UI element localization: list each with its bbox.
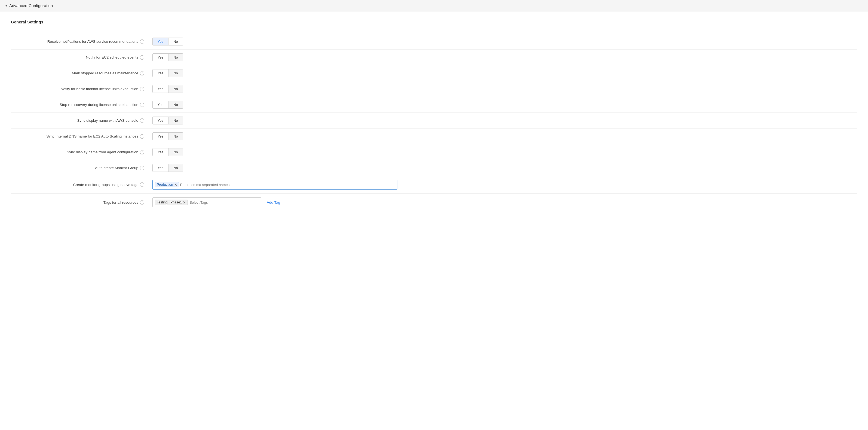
no-btn-basic-monitor-license[interactable]: No: [168, 85, 183, 93]
setting-row-sync-internal-dns: Sync Internal DNS name for EC2 Auto Scal…: [11, 128, 857, 144]
section-title: General Settings: [11, 20, 857, 27]
info-icon-stop-rediscovery[interactable]: i: [140, 103, 144, 107]
yes-btn-sync-internal-dns[interactable]: Yes: [153, 133, 168, 140]
info-icon-mark-stopped[interactable]: i: [140, 71, 144, 76]
setting-row-sync-display-agent: Sync display name from agent configurati…: [11, 144, 857, 160]
settings-table: Receive notifications for AWS service re…: [11, 34, 857, 211]
native-tag-chip-production: Production ✕: [155, 182, 179, 188]
yes-btn-stop-rediscovery[interactable]: Yes: [153, 101, 168, 108]
setting-row-resource-tags: Tags for all resources i Testing : Phase…: [11, 194, 857, 211]
no-btn-aws-recommendations[interactable]: No: [168, 38, 183, 45]
info-icon-resource-tags[interactable]: i: [140, 200, 144, 204]
yes-no-group-auto-create-monitor: Yes No: [152, 164, 183, 172]
setting-label-mark-stopped: Mark stopped resources as maintenance i: [11, 71, 152, 76]
resource-tag-chip-testing: Testing : Phase1 ✕: [155, 200, 188, 205]
chevron-down-icon: ▾: [5, 4, 7, 8]
info-icon-aws-recommendations[interactable]: i: [140, 39, 144, 44]
native-tags-text-input[interactable]: [180, 183, 395, 187]
setting-row-mark-stopped: Mark stopped resources as maintenance i …: [11, 65, 857, 81]
resource-tags-text-input[interactable]: [189, 200, 259, 204]
resource-tag-chip-label: Testing : Phase1: [157, 200, 182, 204]
setting-control-ec2-scheduled: Yes No: [152, 53, 183, 61]
info-icon-basic-monitor-license[interactable]: i: [140, 87, 144, 91]
setting-control-sync-display-aws: Yes No: [152, 117, 183, 124]
setting-control-stop-rediscovery: Yes No: [152, 101, 183, 109]
setting-control-resource-tags: Testing : Phase1 ✕ Add Tag: [152, 197, 280, 207]
native-tags-input-container[interactable]: Production ✕: [152, 180, 397, 190]
info-icon-ec2-scheduled[interactable]: i: [140, 55, 144, 60]
setting-row-stop-rediscovery: Stop rediscovery during license units ex…: [11, 97, 857, 113]
yes-btn-auto-create-monitor[interactable]: Yes: [153, 164, 168, 172]
yes-btn-mark-stopped[interactable]: Yes: [153, 69, 168, 77]
setting-label-sync-display-agent: Sync display name from agent configurati…: [11, 150, 152, 154]
yes-no-group-basic-monitor-license: Yes No: [152, 85, 183, 93]
setting-control-mark-stopped: Yes No: [152, 69, 183, 77]
remove-native-tag-production[interactable]: ✕: [174, 183, 177, 187]
no-btn-ec2-scheduled[interactable]: No: [168, 54, 183, 61]
setting-row-auto-create-monitor: Auto create Monitor Group i Yes No: [11, 160, 857, 176]
yes-no-group-mark-stopped: Yes No: [152, 69, 183, 77]
advanced-config-header[interactable]: ▾ Advanced Configuration: [0, 0, 868, 11]
no-btn-auto-create-monitor[interactable]: No: [168, 164, 183, 172]
setting-label-ec2-scheduled: Notify for EC2 scheduled events i: [11, 55, 152, 60]
setting-label-stop-rediscovery: Stop rediscovery during license units ex…: [11, 103, 152, 107]
setting-label-basic-monitor-license: Notify for basic monitor license units e…: [11, 87, 152, 91]
setting-row-aws-recommendations: Receive notifications for AWS service re…: [11, 34, 857, 50]
no-btn-mark-stopped[interactable]: No: [168, 69, 183, 77]
setting-row-native-tags: Create monitor groups using native tags …: [11, 176, 857, 194]
native-tag-chip-label: Production: [157, 183, 173, 187]
yes-no-group-sync-display-agent: Yes No: [152, 148, 183, 156]
yes-btn-ec2-scheduled[interactable]: Yes: [153, 54, 168, 61]
setting-control-sync-internal-dns: Yes No: [152, 132, 183, 140]
remove-resource-tag-testing[interactable]: ✕: [183, 200, 186, 204]
setting-label-native-tags: Create monitor groups using native tags …: [11, 182, 152, 187]
setting-control-sync-display-agent: Yes No: [152, 148, 183, 156]
no-btn-sync-internal-dns[interactable]: No: [168, 133, 183, 140]
header-title: Advanced Configuration: [9, 3, 53, 8]
yes-btn-aws-recommendations[interactable]: Yes: [153, 38, 168, 45]
info-icon-auto-create-monitor[interactable]: i: [140, 166, 144, 170]
yes-no-group-sync-internal-dns: Yes No: [152, 132, 183, 140]
add-tag-button[interactable]: Add Tag: [267, 200, 280, 204]
no-btn-sync-display-agent[interactable]: No: [168, 148, 183, 156]
yes-btn-basic-monitor-license[interactable]: Yes: [153, 85, 168, 93]
yes-no-group-aws-recommendations: Yes No: [152, 37, 183, 46]
setting-label-resource-tags: Tags for all resources i: [11, 200, 152, 204]
info-icon-sync-display-agent[interactable]: i: [140, 150, 144, 154]
setting-control-auto-create-monitor: Yes No: [152, 164, 183, 172]
setting-label-auto-create-monitor: Auto create Monitor Group i: [11, 166, 152, 170]
yes-no-group-ec2-scheduled: Yes No: [152, 53, 183, 61]
no-btn-stop-rediscovery[interactable]: No: [168, 101, 183, 108]
setting-label-sync-display-aws: Sync display name with AWS console i: [11, 118, 152, 123]
setting-label-aws-recommendations: Receive notifications for AWS service re…: [11, 39, 152, 44]
yes-btn-sync-display-aws[interactable]: Yes: [153, 117, 168, 124]
no-btn-sync-display-aws[interactable]: No: [168, 117, 183, 124]
info-icon-sync-internal-dns[interactable]: i: [140, 134, 144, 139]
setting-label-sync-internal-dns: Sync Internal DNS name for EC2 Auto Scal…: [11, 134, 152, 139]
yes-no-group-sync-display-aws: Yes No: [152, 117, 183, 124]
setting-row-sync-display-aws: Sync display name with AWS console i Yes…: [11, 113, 857, 128]
yes-btn-sync-display-agent[interactable]: Yes: [153, 148, 168, 156]
setting-control-basic-monitor-license: Yes No: [152, 85, 183, 93]
info-icon-native-tags[interactable]: i: [140, 182, 144, 187]
setting-row-ec2-scheduled: Notify for EC2 scheduled events i Yes No: [11, 50, 857, 65]
setting-control-aws-recommendations: Yes No: [152, 37, 183, 46]
resource-tags-container[interactable]: Testing : Phase1 ✕: [152, 197, 261, 207]
info-icon-sync-display-aws[interactable]: i: [140, 118, 144, 123]
yes-no-group-stop-rediscovery: Yes No: [152, 101, 183, 109]
setting-control-native-tags: Production ✕: [152, 180, 397, 190]
setting-row-basic-monitor-license: Notify for basic monitor license units e…: [11, 81, 857, 97]
